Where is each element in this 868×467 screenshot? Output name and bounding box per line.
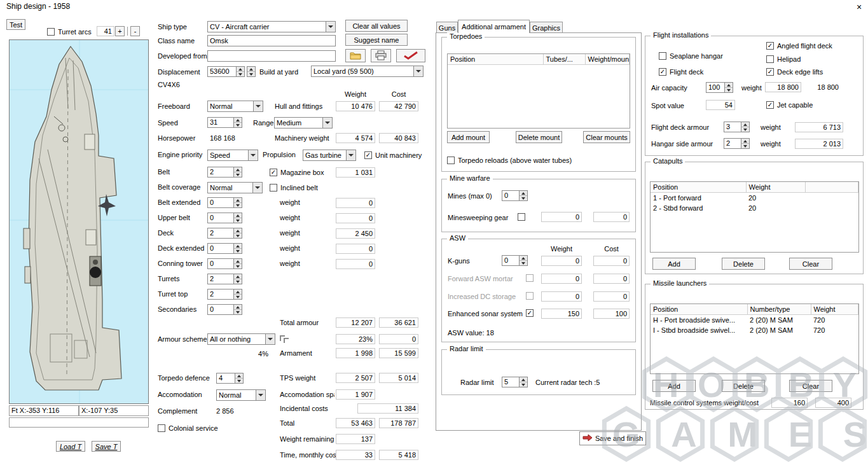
spin-up-icon[interactable] (235, 373, 243, 379)
spin-down-icon[interactable] (234, 203, 242, 207)
missile-clear-button[interactable]: Clear (789, 380, 832, 392)
table-row[interactable]: 1 - Port forward 20 (651, 192, 858, 203)
range-select[interactable]: Medium (274, 117, 333, 129)
spin-up-icon[interactable] (520, 256, 527, 261)
chevron-down-icon[interactable] (413, 66, 423, 76)
spin-down-icon[interactable] (520, 196, 527, 200)
column-header-weight[interactable]: Weight (746, 182, 805, 192)
spin-up-icon[interactable] (234, 213, 242, 218)
flight-deck-checkbox[interactable]: Flight deck (659, 68, 703, 76)
spin-down-icon[interactable] (234, 172, 242, 177)
tab-guns[interactable]: Guns (436, 22, 458, 33)
deck-extended-spinner[interactable]: 0 (207, 243, 242, 254)
armour-scheme-select[interactable]: All or nothing (207, 333, 275, 345)
chevron-down-icon[interactable] (248, 150, 258, 160)
spin-down-icon[interactable] (247, 72, 255, 76)
belt-coverage-select[interactable]: Normal (207, 182, 263, 193)
jet-capable-checkbox[interactable]: Jet capable (766, 101, 813, 109)
column-header-blank[interactable] (805, 182, 858, 192)
turret-arc-minus-button[interactable]: - (130, 26, 140, 36)
checkbox-icon[interactable] (364, 151, 372, 159)
inclined-belt-checkbox[interactable]: Inclined belt (270, 184, 318, 192)
conning-tower-spinner[interactable]: 0 (207, 258, 242, 269)
catapult-clear-button[interactable]: Clear (789, 258, 832, 270)
print-button[interactable] (371, 49, 391, 62)
displacement-spinner[interactable]: 53600 (207, 66, 245, 77)
radar-limit-spinner[interactable]: 5 (502, 377, 528, 387)
spin-down-icon[interactable] (741, 127, 749, 132)
chevron-down-icon[interactable] (253, 101, 263, 111)
spin-down-icon[interactable] (234, 249, 242, 253)
checkbox-icon[interactable] (766, 101, 774, 109)
column-header-position[interactable]: Position (651, 304, 747, 314)
checkbox-icon[interactable] (766, 68, 774, 76)
chevron-down-icon[interactable] (252, 183, 262, 193)
save-and-finish-button[interactable]: Save and finish (579, 431, 646, 445)
mines-spinner[interactable]: 0 (502, 190, 528, 201)
table-row[interactable]: 2 - Stbd forward 20 (651, 203, 858, 213)
table-row[interactable]: I - Stbd broadside swivel... 2 (20) M SA… (651, 325, 858, 335)
spin-up-icon[interactable] (237, 67, 244, 72)
spin-down-icon[interactable] (234, 310, 242, 314)
spin-down-icon[interactable] (234, 295, 242, 299)
propulsion-select[interactable]: Gas turbine (303, 150, 356, 161)
torpedoes-table[interactable]: Position Tubes/... Weight/mount (447, 53, 630, 129)
spin-up-icon[interactable] (725, 83, 733, 88)
spin-down-icon[interactable] (234, 279, 242, 284)
helipad-checkbox[interactable]: Helipad (766, 55, 801, 64)
spin-up-icon[interactable] (247, 67, 255, 72)
unit-machinery-checkbox[interactable]: Unit machinery (364, 151, 422, 160)
kguns-spinner[interactable]: 0 (502, 255, 528, 266)
clear-mounts-button[interactable]: Clear mounts (583, 131, 630, 143)
column-header-tubes[interactable]: Tubes/... (543, 54, 585, 64)
column-header-position[interactable]: Position (448, 54, 543, 64)
column-header-weight-mount[interactable]: Weight/mount (585, 54, 630, 64)
open-folder-button[interactable] (345, 49, 366, 62)
spin-up-icon[interactable] (741, 139, 749, 144)
minesweeping-gear-checkbox[interactable] (518, 213, 525, 221)
checkbox-icon[interactable] (47, 28, 55, 36)
tab-graphics[interactable]: Graphics (530, 22, 563, 33)
checkbox-icon[interactable] (158, 424, 165, 432)
spin-up-icon[interactable] (520, 377, 527, 382)
chevron-down-icon[interactable] (265, 334, 275, 344)
checkbox-icon[interactable] (766, 42, 774, 50)
clear-all-values-button[interactable]: Clear all values (345, 20, 408, 32)
spin-up-icon[interactable] (234, 274, 242, 279)
spin-down-icon[interactable] (520, 382, 527, 387)
table-row[interactable]: H - Port broadside swive... 2 (20) M SAM… (651, 314, 858, 325)
turret-arc-plus-button[interactable]: + (115, 26, 125, 36)
deck-edge-lifts-checkbox[interactable]: Deck edge lifts (766, 68, 823, 76)
spin-down-icon[interactable] (520, 261, 527, 265)
spin-up-icon[interactable] (520, 191, 527, 196)
secondaries-spinner[interactable]: 0 (207, 304, 242, 315)
catapults-table[interactable]: Position Weight 1 - Port forward 20 2 - … (650, 181, 859, 253)
spin-down-icon[interactable] (234, 123, 242, 127)
displacement-coarse-spinner[interactable] (247, 66, 256, 77)
torpedo-reloads-checkbox[interactable]: Torpedo reloads (above water tubes) (447, 157, 572, 165)
missile-launchers-table[interactable]: Position Number/type Weight H - Port bro… (650, 303, 859, 374)
checkbox-icon[interactable] (270, 169, 277, 176)
column-header-number-type[interactable]: Number/type (747, 304, 811, 314)
chevron-down-icon[interactable] (346, 150, 355, 160)
column-header-weight[interactable]: Weight (811, 304, 858, 314)
spin-down-icon[interactable] (234, 218, 242, 223)
missile-add-button[interactable]: Add (652, 380, 696, 392)
belt-extended-spinner[interactable]: 0 (207, 197, 242, 208)
spin-up-icon[interactable] (234, 198, 242, 203)
seaplane-hangar-checkbox[interactable]: Seaplane hangar (659, 52, 723, 60)
spin-up-icon[interactable] (234, 167, 242, 172)
missile-delete-button[interactable]: Delete (722, 380, 765, 392)
ship-type-select[interactable]: CV - Aircraft carrier (207, 21, 336, 32)
spin-up-icon[interactable] (234, 259, 242, 264)
spin-up-icon[interactable] (234, 244, 242, 249)
chevron-down-icon[interactable] (256, 390, 265, 400)
torpedo-defence-spinner[interactable]: 4 (216, 373, 244, 384)
spin-down-icon[interactable] (235, 379, 243, 383)
turret-top-spinner[interactable]: 2 (207, 289, 242, 300)
hangar-side-armour-spinner[interactable]: 2 (724, 138, 750, 149)
load-template-button[interactable]: Load T (56, 441, 85, 452)
spin-down-icon[interactable] (234, 234, 242, 238)
spin-down-icon[interactable] (725, 88, 733, 92)
accomodation-select[interactable]: Normal (216, 389, 266, 401)
